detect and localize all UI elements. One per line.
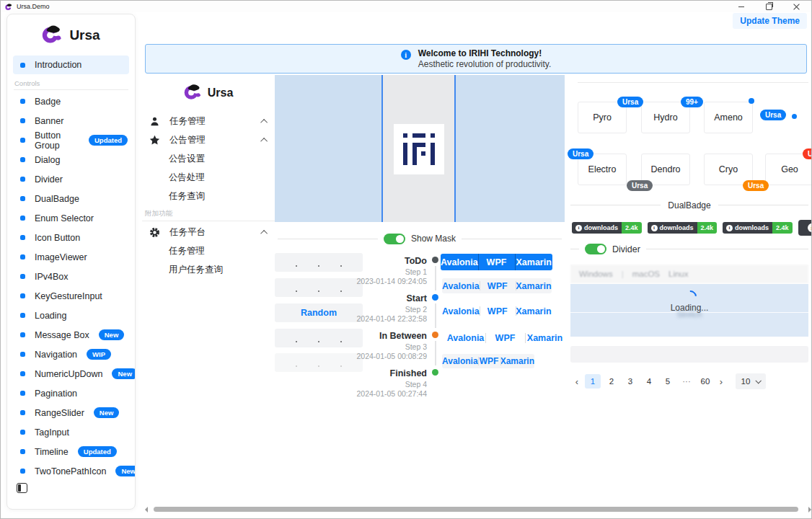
mask-boundary-line[interactable]: [381, 75, 383, 222]
pagination: ‹ 12345···60 › 10: [572, 373, 766, 389]
tab-linux[interactable]: Linux: [668, 270, 689, 278]
button-group-button[interactable]: WPF: [485, 330, 525, 346]
sidebar-item[interactable]: Enum Selector: [13, 208, 129, 228]
sidebar-item[interactable]: TwoTonePathIcon New: [13, 461, 129, 481]
bullet-icon: [20, 293, 25, 298]
page-button[interactable]: 3: [622, 374, 638, 389]
button-group-button[interactable]: Xamarin: [525, 330, 565, 346]
sidebar-section-label: Controls: [14, 79, 135, 87]
page-button[interactable]: ···: [679, 374, 694, 389]
sidebar-item[interactable]: RangeSlider New: [13, 403, 129, 422]
sidebar-item[interactable]: Divider: [13, 169, 129, 189]
status-badge: New: [115, 466, 136, 476]
button-group-button[interactable]: Avalonia: [446, 330, 485, 346]
button-group-button[interactable]: Xamarin: [500, 354, 534, 368]
sidebar-item[interactable]: Loading: [13, 306, 129, 325]
menu-group-task-platform[interactable]: 任务平台: [142, 223, 275, 241]
page-button[interactable]: 60: [697, 374, 713, 389]
ipv4-input-disabled: [275, 353, 363, 372]
sidebar-item[interactable]: Dialog: [13, 150, 129, 169]
menu-group2-children: 公告设置 公告处理 任务查询: [142, 149, 275, 205]
timeline-step-time: 2024-01-05 00:08:29: [357, 352, 428, 360]
random-button[interactable]: Random: [275, 303, 363, 322]
sidebar-item[interactable]: Badge: [13, 92, 129, 111]
menu-subitem[interactable]: 公告设置: [142, 149, 275, 168]
divider-toggle[interactable]: [585, 244, 606, 254]
next-page-button[interactable]: ›: [716, 376, 726, 387]
scroll-right-icon[interactable]: [808, 507, 811, 513]
sidebar-item[interactable]: ImageViewer: [13, 247, 129, 267]
sidebar-item[interactable]: DualBadge: [13, 189, 129, 208]
gear-icon: [149, 227, 160, 238]
person-icon: [149, 116, 160, 127]
button-group-button[interactable]: Avalonia: [442, 354, 478, 368]
timeline-step-title: ToDo: [405, 256, 427, 266]
sidebar-logo: Ursa: [7, 23, 135, 48]
page-button[interactable]: 1: [585, 374, 601, 389]
sidebar-item-introduction[interactable]: Introduction: [13, 56, 129, 74]
scroll-left-icon[interactable]: [145, 507, 148, 513]
menu-subitem[interactable]: 用户任务查询: [142, 260, 275, 279]
menu-group-task-management[interactable]: 任务管理: [142, 112, 275, 130]
button-group-button[interactable]: Xamarin: [515, 254, 552, 270]
menu-subitem[interactable]: 公告处理: [142, 168, 275, 187]
sidebar-item[interactable]: TagInput: [13, 422, 129, 442]
dual-badge: idownloads 2.4k: [648, 222, 718, 234]
page-button[interactable]: 4: [641, 374, 657, 389]
sidebar-item[interactable]: Banner: [13, 111, 129, 130]
page-button[interactable]: 2: [604, 374, 619, 389]
sidebar-item[interactable]: Timeline Updated: [13, 442, 129, 461]
update-theme-button[interactable]: Update Theme: [733, 13, 807, 29]
image-viewer[interactable]: [275, 75, 565, 222]
tab-windows[interactable]: Windows: [579, 270, 613, 278]
menu-subitem[interactable]: 任务查询: [142, 187, 275, 205]
timeline-connector: [435, 303, 436, 328]
close-icon: [793, 4, 800, 10]
maximize-button[interactable]: [764, 2, 774, 11]
button-group-button[interactable]: Avalonia: [442, 278, 480, 293]
menu-group-announcement-management[interactable]: 公告管理: [142, 130, 275, 149]
ursa-badge: Ursa: [568, 148, 593, 159]
page-button[interactable]: 5: [660, 374, 676, 389]
banner-message: Aesthetic revolution of productivity.: [418, 59, 552, 70]
horizontal-scrollbar[interactable]: [142, 506, 812, 513]
show-mask-toggle[interactable]: [384, 234, 405, 244]
sidebar-item[interactable]: Button Group Updated: [13, 130, 129, 150]
menu-section-label: 附加功能: [145, 209, 275, 218]
sidebar-item[interactable]: Pagination: [13, 383, 129, 403]
tab-macos[interactable]: macOS: [632, 270, 660, 278]
minimize-button[interactable]: [736, 2, 746, 11]
sidebar-collapse-button[interactable]: [17, 483, 27, 493]
sidebar-item[interactable]: Message Box New: [13, 325, 129, 345]
sidebar-item[interactable]: NumericUpDown New: [13, 364, 129, 383]
timeline-step: Start Step 2 2024-01-04 22:32:58: [353, 290, 446, 328]
sidebar-item[interactable]: IPv4Box: [13, 267, 129, 286]
mask-boundary-line[interactable]: [454, 75, 456, 222]
bullet-icon: [20, 410, 25, 415]
nav-menu-panel: Ursa 任务管理 公告管理 公告设置 公告处理 任务查询 附加功能 任务平台 …: [142, 73, 275, 279]
ipv4-input[interactable]: [275, 253, 363, 272]
timeline: ToDo Step 1 2023-01-14 09:24:05 Start St…: [353, 253, 446, 403]
button-group-button[interactable]: WPF: [480, 278, 516, 293]
ipv4-input[interactable]: [275, 278, 363, 297]
timeline-connector: [435, 341, 436, 365]
sidebar-item[interactable]: Navigation WIP: [13, 345, 129, 364]
button-group-button[interactable]: Xamarin: [516, 303, 552, 319]
prev-page-button[interactable]: ‹: [572, 376, 582, 387]
scrollbar-thumb[interactable]: [154, 507, 798, 512]
status-badge: Updated: [89, 135, 128, 146]
ipv4-input[interactable]: [275, 329, 363, 347]
button-group-button[interactable]: WPF: [480, 303, 516, 319]
button-group-button[interactable]: Avalonia: [441, 254, 478, 270]
sidebar-item[interactable]: Icon Button: [13, 228, 129, 247]
menu-subitem[interactable]: 任务管理: [142, 241, 275, 260]
button-group-button[interactable]: Xamarin: [516, 278, 552, 293]
button-group-button[interactable]: WPF: [478, 354, 500, 368]
dual-badge: idownloads 2.4k: [798, 220, 812, 236]
loading-tabs-blurred: Windows | macOS Linux: [570, 265, 808, 283]
button-group-button[interactable]: Avalonia: [442, 303, 480, 319]
close-button[interactable]: [791, 2, 801, 11]
button-group-button[interactable]: WPF: [478, 254, 516, 270]
page-size-select[interactable]: 10: [736, 373, 766, 389]
sidebar-item[interactable]: KeyGestureInput: [13, 286, 129, 306]
